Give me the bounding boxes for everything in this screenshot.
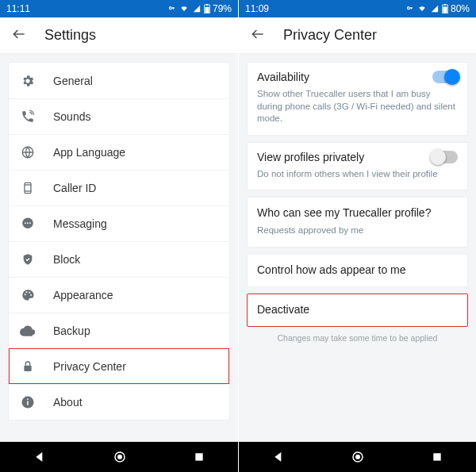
privacy-content: Availability Show other Truecaller users…	[239, 54, 476, 442]
settings-item-app-language[interactable]: App Language	[9, 134, 229, 170]
nav-back-icon[interactable]	[272, 451, 285, 463]
svg-point-8	[25, 222, 26, 224]
phone-privacy-center: 11:09 80% Privacy Center Availability Sh…	[238, 0, 476, 472]
signal-icon	[192, 5, 202, 13]
status-time: 11:09	[245, 3, 269, 14]
settings-card: General Sounds App Language Caller ID Me…	[8, 62, 230, 420]
svg-point-12	[26, 291, 28, 293]
phone-settings: 11:11 79% Settings General Sounds	[0, 0, 238, 472]
globe-icon	[20, 145, 36, 159]
wifi-icon	[416, 5, 428, 13]
chat-icon	[20, 217, 36, 231]
status-bar: 11:09 80%	[239, 0, 476, 17]
nav-bar	[239, 442, 476, 472]
svg-rect-4	[25, 182, 31, 193]
nav-recent-icon[interactable]	[432, 451, 443, 462]
status-time: 11:11	[6, 3, 30, 14]
nav-home-icon[interactable]	[351, 450, 365, 464]
back-icon[interactable]	[11, 26, 27, 45]
svg-point-9	[27, 222, 29, 224]
lock-icon	[20, 359, 36, 374]
status-bar: 11:11 79%	[0, 0, 238, 17]
page-title: Privacy Center	[283, 27, 377, 44]
nav-bar	[0, 442, 238, 472]
settings-item-label: General	[53, 75, 93, 87]
settings-item-label: Block	[53, 253, 80, 266]
settings-item-general[interactable]: General	[9, 63, 229, 98]
svg-point-14	[30, 294, 32, 296]
signal-icon	[430, 5, 440, 13]
svg-point-13	[29, 292, 30, 294]
section-view-privately[interactable]: View profiles privately Do not inform ot…	[247, 142, 468, 191]
section-who-can-see[interactable]: Who can see my Truecaller profile? Reque…	[247, 197, 468, 248]
section-desc: Requests approved by me	[257, 224, 458, 237]
svg-rect-1	[205, 4, 208, 6]
settings-item-label: Backup	[53, 324, 90, 337]
battery-icon	[204, 4, 210, 13]
app-bar: Privacy Center	[239, 17, 476, 54]
phone-rect-icon	[20, 181, 36, 195]
settings-item-label: Messaging	[53, 217, 107, 230]
svg-rect-21	[195, 453, 202, 460]
toggle-view-privately[interactable]	[432, 151, 458, 163]
svg-rect-15	[24, 366, 31, 371]
back-icon[interactable]	[250, 26, 266, 45]
shield-icon	[20, 252, 36, 267]
svg-rect-2	[205, 7, 209, 13]
settings-item-privacy-center[interactable]: Privacy Center	[9, 348, 229, 384]
svg-point-10	[29, 222, 31, 224]
settings-item-label: App Language	[53, 146, 125, 159]
section-title: View profiles privately	[257, 151, 364, 163]
settings-item-messaging[interactable]: Messaging	[9, 205, 229, 241]
settings-item-label: Privacy Center	[53, 360, 126, 373]
settings-item-appearance[interactable]: Appearance	[9, 277, 229, 313]
svg-point-20	[118, 455, 122, 459]
section-ads[interactable]: Control how ads appear to me	[247, 254, 468, 287]
battery-icon	[442, 4, 448, 13]
page-title: Settings	[44, 27, 96, 44]
phone-sound-icon	[20, 109, 36, 124]
footnote: Changes may take some time to be applied	[247, 333, 468, 343]
svg-rect-27	[433, 453, 440, 460]
settings-item-label: Sounds	[53, 110, 90, 123]
section-title: Who can see my Truecaller profile?	[257, 206, 431, 219]
settings-item-label: Appearance	[53, 289, 113, 301]
section-desc: Do not inform others when I view their p…	[257, 168, 458, 181]
svg-rect-24	[443, 6, 447, 13]
vpn-key-icon	[403, 5, 414, 13]
wifi-icon	[178, 5, 190, 13]
svg-rect-23	[443, 4, 446, 6]
vpn-key-icon	[165, 5, 176, 13]
toggle-availability[interactable]	[432, 71, 458, 83]
settings-item-label: Caller ID	[53, 182, 96, 194]
section-title: Control how ads appear to me	[257, 263, 406, 276]
section-title: Availability	[257, 71, 309, 83]
status-icons: 80%	[403, 3, 470, 14]
section-desc: Show other Truecaller users that I am bu…	[257, 88, 458, 125]
svg-point-26	[356, 455, 360, 459]
svg-rect-17	[27, 401, 29, 405]
settings-item-backup[interactable]: Backup	[9, 313, 229, 348]
nav-back-icon[interactable]	[33, 451, 46, 463]
app-bar: Settings	[0, 17, 238, 54]
info-icon	[20, 395, 36, 409]
settings-item-caller-id[interactable]: Caller ID	[9, 170, 229, 205]
svg-point-11	[25, 294, 26, 295]
nav-recent-icon[interactable]	[194, 451, 205, 462]
section-title: Deactivate	[257, 303, 309, 316]
section-deactivate[interactable]: Deactivate	[247, 294, 468, 327]
svg-rect-18	[27, 399, 29, 401]
gear-icon	[20, 74, 36, 88]
settings-item-about[interactable]: About	[9, 384, 229, 420]
status-battery: 79%	[213, 3, 232, 14]
settings-item-block[interactable]: Block	[9, 241, 229, 277]
section-availability[interactable]: Availability Show other Truecaller users…	[247, 62, 468, 136]
settings-content: General Sounds App Language Caller ID Me…	[0, 54, 238, 442]
settings-item-sounds[interactable]: Sounds	[9, 98, 229, 134]
settings-item-label: About	[53, 396, 83, 409]
cloud-icon	[20, 325, 36, 336]
status-battery: 80%	[451, 3, 470, 14]
status-icons: 79%	[165, 3, 232, 14]
palette-icon	[20, 288, 36, 302]
nav-home-icon[interactable]	[113, 450, 127, 464]
